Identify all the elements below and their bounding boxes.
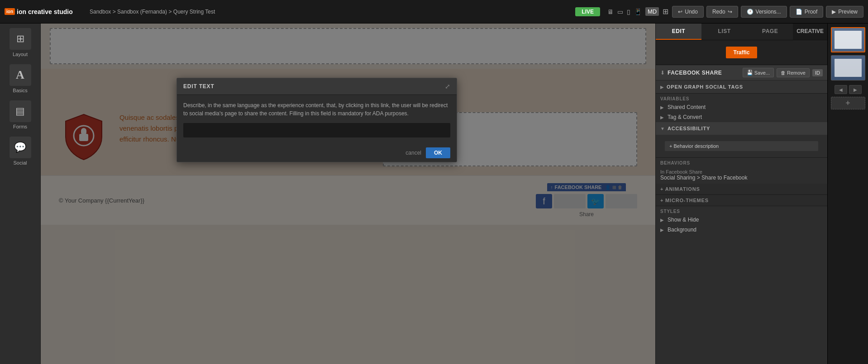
thumbnail-nav: ◀ ▶ — [835, 85, 862, 94]
undo-button[interactable]: ↩ Undo — [672, 6, 704, 18]
modal-ok-button[interactable]: OK — [426, 147, 450, 158]
background-label: Background — [668, 227, 823, 233]
undo-icon: ↩ — [678, 9, 682, 15]
open-graph-header[interactable]: ▶ OPEN GRAPH SOCIAL TAGS — [656, 80, 827, 93]
sidebar-tool-social[interactable]: 💬 Social — [10, 137, 31, 165]
right-panel-header: ⬇ FACEBOOK SHARE 💾 Save... 🗑 Remove ID — [656, 65, 827, 80]
animations-label: + ANIMATIONS — [660, 186, 823, 192]
live-button[interactable]: LIVE — [575, 7, 600, 16]
remove-button[interactable]: 🗑 Remove — [777, 68, 810, 77]
logo-icon: ion — [5, 8, 15, 15]
thumbnail-strip: ◀ ▶ + — [827, 24, 868, 364]
accessibility-section: ▼ Accessibility + Behavior description — [656, 122, 827, 158]
thumbnail-item-1[interactable] — [831, 27, 865, 52]
proof-button[interactable]: 📄 Proof — [790, 6, 824, 18]
download-icon: ⬇ — [660, 70, 665, 76]
left-sidebar: ⊞ Layout A Basics ▤ Forms 💬 Social — [0, 24, 41, 364]
traffic-section: Traffic — [656, 40, 827, 65]
social-icon: 💬 — [10, 137, 31, 158]
basics-icon: A — [10, 64, 31, 86]
shared-content-arrow-icon: ▶ — [660, 105, 664, 110]
modal-footer: cancel OK — [177, 144, 457, 162]
variables-label: VARIABLES — [656, 94, 827, 102]
background-arrow-icon: ▶ — [660, 227, 664, 232]
behaviors-row: In Facebook Share Social Sharing > Share… — [656, 166, 827, 184]
tag-convert-row[interactable]: ▶ Tag & Convert — [656, 112, 827, 122]
topbar: ion ion creative studio Sandbox > Sandbo… — [0, 0, 868, 24]
modal-header: EDIT TEXT ⤢ — [177, 78, 457, 95]
shared-content-row[interactable]: ▶ Shared Content — [656, 102, 827, 112]
show-hide-arrow-icon: ▶ — [660, 217, 664, 222]
right-panel: EDIT LIST PAGE CREATIVE Traffic ⬇ FACEBO… — [655, 24, 827, 364]
thumbnail-item-2[interactable] — [831, 55, 865, 80]
animations-toggle[interactable]: + ANIMATIONS — [656, 184, 827, 195]
behavior-item-label: In Facebook Share — [660, 169, 823, 175]
modal-text-input[interactable] — [183, 123, 450, 137]
versions-icon: 🕐 — [747, 9, 754, 15]
tablet-portrait-icon[interactable]: ▯ — [627, 8, 630, 15]
grid-icon[interactable]: ⊞ — [663, 7, 668, 16]
behaviors-label: BEHAVIORS — [656, 158, 827, 166]
redo-icon: ↪ — [728, 9, 732, 15]
social-label: Social — [14, 160, 27, 165]
open-graph-arrow-icon: ▶ — [660, 85, 664, 90]
modal-overlay: EDIT TEXT ⤢ Describe, in the same langua… — [41, 24, 655, 364]
md-badge: MD — [645, 7, 659, 16]
tab-edit[interactable]: EDIT — [656, 24, 701, 40]
modal-expand-icon[interactable]: ⤢ — [445, 83, 450, 90]
breadcrumb: Sandbox > Sandbox (Fernanda) > Query Str… — [90, 9, 572, 15]
id-badge: ID — [812, 69, 823, 76]
save-button[interactable]: 💾 Save... — [743, 68, 774, 77]
forms-icon: ▤ — [10, 100, 31, 122]
preview-icon: ▶ — [832, 9, 836, 15]
redo-button[interactable]: Redo ↪ — [706, 6, 738, 18]
sidebar-tool-layout[interactable]: ⊞ Layout — [10, 28, 31, 57]
accessibility-content: + Behavior description — [656, 135, 827, 157]
tab-list[interactable]: LIST — [701, 24, 747, 40]
preview-button[interactable]: ▶ Preview — [826, 6, 863, 18]
tab-creative[interactable]: CREATIVE — [793, 24, 827, 40]
show-hide-row[interactable]: ▶ Show & Hide — [656, 215, 827, 225]
save-icon: 💾 — [747, 70, 753, 76]
modal-body: Describe, in the same language as the ex… — [177, 95, 457, 144]
mobile-icon[interactable]: 📱 — [634, 8, 642, 15]
tag-convert-arrow-icon: ▶ — [660, 115, 664, 120]
traffic-button[interactable]: Traffic — [726, 47, 757, 58]
canvas-area: Supporting Headline Quisque ac sodales p… — [41, 24, 655, 364]
panel-component-title: FACEBOOK SHARE — [668, 70, 740, 76]
remove-icon: 🗑 — [781, 70, 786, 76]
forms-label: Forms — [13, 124, 27, 129]
shared-content-label: Shared Content — [668, 104, 823, 110]
tablet-landscape-icon[interactable]: ▭ — [617, 8, 623, 15]
modal-cancel-button[interactable]: cancel — [405, 150, 421, 156]
proof-icon: 📄 — [796, 9, 802, 15]
edit-text-modal: EDIT TEXT ⤢ Describe, in the same langua… — [176, 78, 457, 162]
desktop-icon[interactable]: 🖥 — [607, 8, 614, 15]
right-panel-tabs: EDIT LIST PAGE CREATIVE — [656, 24, 827, 40]
app-title: ion creative studio — [17, 8, 73, 15]
accessibility-arrow-icon: ▼ — [660, 126, 665, 131]
behavior-description-button[interactable]: + Behavior description — [665, 141, 818, 151]
tag-convert-label: Tag & Convert — [668, 114, 823, 120]
topbar-right-actions: ↩ Undo Redo ↪ 🕐 Versions... 📄 Proof ▶ Pr… — [672, 6, 863, 18]
app-logo: ion ion creative studio — [5, 8, 86, 15]
sidebar-tool-basics[interactable]: A Basics — [10, 64, 31, 93]
thumb-next-button[interactable]: ▶ — [849, 85, 862, 94]
modal-description: Describe, in the same language as the ex… — [183, 101, 450, 118]
micro-themes-label: + MICRO-THEMES — [660, 198, 823, 203]
accessibility-header[interactable]: ▼ Accessibility — [656, 122, 827, 135]
micro-themes-toggle[interactable]: + MICRO-THEMES — [656, 195, 827, 206]
layout-label: Layout — [13, 52, 28, 57]
thumbnail-add-button[interactable]: + — [831, 97, 865, 109]
thumb-prev-button[interactable]: ◀ — [835, 85, 847, 94]
background-row[interactable]: ▶ Background — [656, 225, 827, 235]
behavior-item-value: Social Sharing > Share to Facebook — [660, 175, 823, 181]
main-layout: ⊞ Layout A Basics ▤ Forms 💬 Social Suppo… — [0, 24, 868, 364]
layout-icon: ⊞ — [10, 28, 31, 50]
versions-button[interactable]: 🕐 Versions... — [741, 6, 787, 18]
device-icons: 🖥 ▭ ▯ 📱 MD ⊞ — [607, 7, 668, 16]
sidebar-tool-forms[interactable]: ▤ Forms — [10, 100, 31, 129]
show-hide-label: Show & Hide — [668, 217, 823, 223]
accessibility-title: Accessibility — [668, 126, 823, 131]
tab-page[interactable]: PAGE — [747, 24, 793, 40]
